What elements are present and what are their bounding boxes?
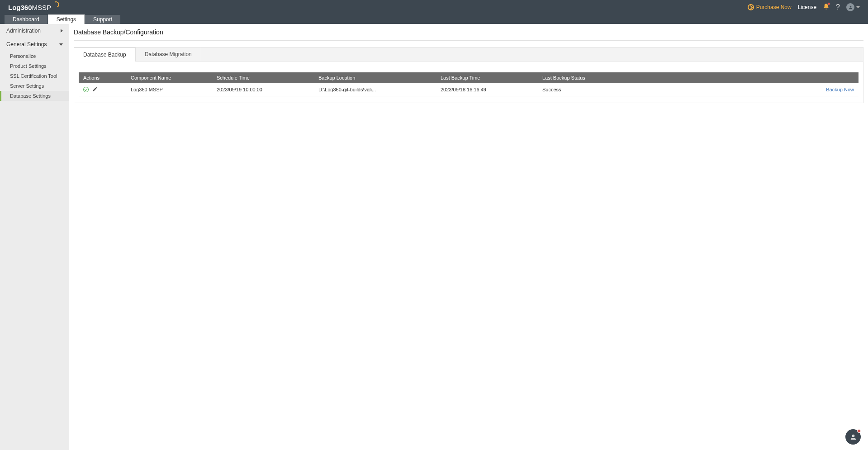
col-status: Last Backup Status: [538, 72, 818, 83]
backup-table: Actions Component Name Schedule Time Bac…: [79, 72, 859, 96]
page-title: Database Backup/Configuration: [74, 24, 863, 41]
sidebar: Administration General Settings Personal…: [0, 24, 69, 450]
sidebar-item-product-settings[interactable]: Product Settings: [0, 61, 69, 71]
purchase-now-link[interactable]: Purchase Now: [748, 4, 792, 10]
table-row: Log360 MSSP 2023/09/19 10:00:00 D:\Log36…: [79, 83, 859, 96]
subtab-database-migration[interactable]: Database Migration: [136, 47, 201, 61]
license-link[interactable]: License: [798, 4, 816, 10]
chat-dot-icon: [857, 429, 861, 433]
edit-button[interactable]: [92, 86, 98, 93]
cell-schedule: 2023/09/19 10:00:00: [212, 83, 314, 96]
status-ok-icon: [83, 87, 89, 92]
cell-component: Log360 MSSP: [126, 83, 212, 96]
backup-now-link[interactable]: Backup Now: [826, 87, 854, 92]
brand-logo: Log360 MSSP: [8, 4, 59, 11]
chevron-right-icon: [61, 29, 63, 33]
sidebar-item-personalize[interactable]: Personalize: [0, 51, 69, 61]
help-button[interactable]: ?: [836, 3, 840, 11]
logo-arc-icon: [52, 0, 60, 9]
notifications-button[interactable]: [823, 3, 830, 11]
col-location: Backup Location: [314, 72, 436, 83]
cell-status: Success: [538, 83, 818, 96]
tab-settings[interactable]: Settings: [48, 14, 85, 24]
sidebar-section-administration[interactable]: Administration: [0, 24, 69, 38]
sidebar-item-server-settings[interactable]: Server Settings: [0, 81, 69, 91]
col-schedule: Schedule Time: [212, 72, 314, 83]
sidebar-section-general-settings[interactable]: General Settings: [0, 38, 69, 51]
help-icon: ?: [836, 3, 840, 11]
tab-support[interactable]: Support: [85, 14, 121, 24]
col-action-link: [818, 72, 859, 83]
user-menu[interactable]: [846, 3, 860, 11]
col-last-time: Last Backup Time: [436, 72, 538, 83]
cell-last-time: 2023/09/18 16:16:49: [436, 83, 538, 96]
main-tabs: Dashboard Settings Support: [0, 14, 868, 24]
cart-icon: [748, 4, 754, 10]
subtabs: Database Backup Database Migration: [74, 47, 863, 62]
tab-dashboard[interactable]: Dashboard: [4, 14, 48, 24]
notification-dot-icon: [827, 2, 830, 5]
col-component: Component Name: [126, 72, 212, 83]
main-content: Database Backup/Configuration Database B…: [69, 24, 868, 450]
sidebar-item-ssl-certification-tool[interactable]: SSL Certification Tool: [0, 71, 69, 81]
chevron-down-icon: [856, 6, 860, 8]
subtab-database-backup[interactable]: Database Backup: [74, 47, 136, 62]
col-actions: Actions: [79, 72, 126, 83]
chevron-down-icon: [59, 43, 63, 46]
table-header-row: Actions Component Name Schedule Time Bac…: [79, 72, 859, 83]
content-card: Database Backup Database Migration Actio…: [74, 47, 863, 103]
topbar: Log360 MSSP Purchase Now License ?: [0, 0, 868, 14]
sidebar-item-database-settings[interactable]: Database Settings: [0, 91, 69, 101]
chat-icon: [849, 433, 857, 441]
user-icon: [846, 3, 854, 11]
chat-fab[interactable]: [845, 429, 861, 445]
cell-location: D:\Log360-git-builds\vali...: [314, 83, 436, 96]
